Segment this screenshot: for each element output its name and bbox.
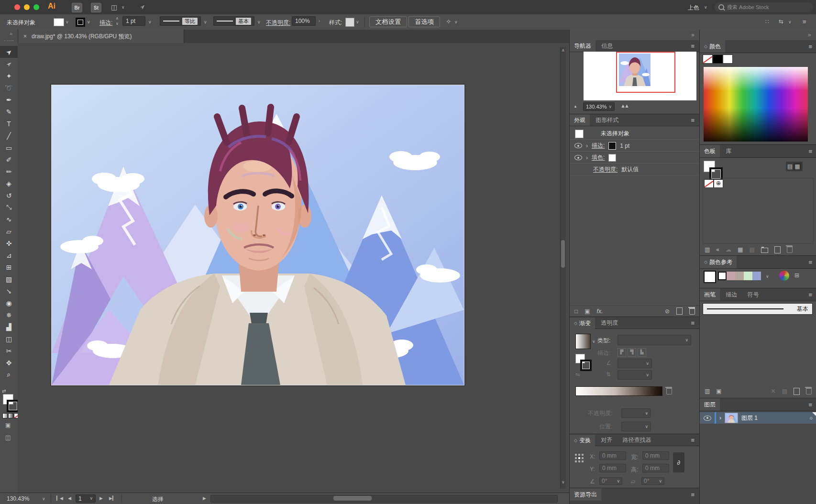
scroll-down-icon[interactable]: ∨ [562,480,565,484]
tab-navigator[interactable]: 导航器 [570,40,595,52]
gradient-aspect-dropdown[interactable]: ∨ [618,370,652,380]
stroke-expand-chevron[interactable]: › [586,143,588,149]
appearance-row-fill[interactable]: › 填色: [570,152,700,164]
layers-menu-icon[interactable]: ≡ [808,401,812,408]
variant-swatch[interactable] [727,272,735,280]
next-artboard-button[interactable]: ▶ [99,496,103,501]
stroke-across-button[interactable]: ▙ [638,348,646,357]
workspace-switcher-icon[interactable]: ◫ [111,3,117,11]
tool-pen[interactable]: ✒ [0,94,18,106]
tool-slice[interactable]: ✂ [0,345,18,357]
last-artboard-button[interactable]: ▶▎ [109,496,116,501]
opacity-label[interactable]: 不透明度: [266,19,290,27]
tool-symbol-sprayer[interactable]: ✵ [0,309,18,321]
grid-options-icon[interactable]: ∷ [765,18,769,25]
appearance-fill-swatch[interactable] [608,154,616,162]
delete-brush-icon[interactable] [806,388,812,394]
tool-type[interactable]: T [0,118,18,130]
transform-x-field[interactable]: 0 mm [599,451,626,460]
document-tab[interactable]: × draw.jpg* @ 130.43% (RGB/GPU 预览) [18,30,184,43]
selection-options-icon[interactable]: ✧ [446,18,452,25]
fill-expand-chevron[interactable]: › [586,155,588,161]
opacity-field[interactable]: 100% [292,16,316,26]
navigator-proxy-rect[interactable] [616,52,675,93]
tool-selection[interactable]: ➤ [0,46,18,58]
tab-appearance[interactable]: 外观 [570,114,590,126]
swatch-none[interactable] [704,179,714,188]
gradient-mode-button[interactable] [8,413,13,418]
delete-item-icon[interactable] [689,308,695,315]
right-column-collapse-icon[interactable]: » [808,32,811,38]
brush-item-basic[interactable]: 基本 [703,303,813,315]
layer-expand-chevron[interactable]: › [719,415,721,421]
stock-search-field[interactable]: 搜索 Adobe Stock [715,2,813,12]
opacity-flyout-arrow[interactable]: › [319,19,320,23]
stroke-weight-chevron[interactable]: ∨ [148,20,152,24]
gradient-slider[interactable] [575,386,662,396]
variant-swatch[interactable] [718,272,727,280]
new-brush-icon[interactable] [794,388,800,395]
tool-paintbrush[interactable]: ✐ [0,153,18,165]
stroke-along-button[interactable]: ▜ [628,348,636,357]
tab-color-guide[interactable]: ◇颜色参考 [700,256,737,268]
toolbar-drag-handle[interactable] [4,40,13,43]
toolbar-collapse-icon[interactable]: » [10,31,12,36]
navigator-zoom-field[interactable]: 130.43%∨ [583,102,615,111]
brush-options-icon[interactable]: ▤ [782,388,787,394]
workspace-chevron[interactable]: ∨ [704,5,707,10]
layer-visibility-eye-icon[interactable] [704,416,711,421]
transform-h-field[interactable]: 0 mm [642,464,669,472]
tool-mesh[interactable]: ⊞ [0,261,18,273]
previous-artboard-button[interactable]: ◀ [68,496,71,501]
tab-brushes[interactable]: 画笔 [700,288,720,301]
tool-column-graph[interactable]: ▟ [0,321,18,333]
gradient-menu-icon[interactable]: ≡ [691,319,694,327]
arrange-documents-icon[interactable]: ⇆ [779,18,783,25]
brush-libraries-icon[interactable]: ▥ [705,388,710,394]
color-themes-icon[interactable]: ▦ [738,246,743,253]
tab-align[interactable]: 对齐 [596,434,617,446]
minimize-window-button[interactable] [24,4,30,10]
variant-swatch[interactable] [735,272,744,280]
new-color-group-icon[interactable] [761,248,768,253]
save-to-swatches-icon[interactable]: ⊞ [794,272,799,279]
brush-cc-library-icon[interactable]: ▣ [716,388,721,394]
tool-eraser[interactable]: ◈ [0,177,18,189]
gradient-fill-thumbnail[interactable] [575,334,591,349]
tab-transparency[interactable]: 透明度 [596,317,622,329]
preferences-button[interactable]: 首选项 [408,16,440,27]
tool-curvature[interactable]: ✎ [0,106,18,118]
gradient-opacity-dropdown[interactable]: ∨ [621,408,651,418]
tool-width[interactable]: ∿ [0,213,18,225]
add-new-fill-icon[interactable]: ▣ [584,308,590,315]
color-guide-base-swatch[interactable] [704,271,716,283]
selection-options-chevron[interactable]: ∨ [454,20,458,24]
appearance-row-selection[interactable]: 未选择对象 [570,128,700,140]
layer-target-icon[interactable]: ○ [809,415,813,421]
zoom-in-icon[interactable]: ▲▲ [620,103,628,109]
fill-visibility-eye-icon[interactable] [574,155,582,160]
draw-mode-icon[interactable]: ▣ [5,422,11,428]
tab-gradient[interactable]: ◇渐变 [570,318,595,329]
tab-pathfinder[interactable]: 路径查找器 [618,434,656,446]
tab-layers[interactable]: 图层 [700,398,720,411]
bridge-button[interactable]: Br [72,3,82,12]
list-view-icon[interactable]: ▤ [787,163,793,170]
swatch-options-icon[interactable]: ▤ [749,246,754,253]
stock-button[interactable]: St [91,3,101,12]
brush-definition-dropdown[interactable]: 基本 [213,16,254,26]
stroke-color-chevron[interactable]: ∨ [87,20,90,24]
transform-y-field[interactable]: 0 mm [599,464,626,472]
close-window-button[interactable] [14,4,20,10]
swatch-libraries-icon[interactable]: ▥ [705,246,710,253]
stroke-visibility-eye-icon[interactable] [574,143,582,148]
black-color-swatch[interactable] [713,55,723,64]
swatch-registration[interactable]: ⊕ [714,179,723,188]
tab-swatches[interactable]: 色板 [700,145,720,157]
appearance-stroke-label[interactable]: 描边: [592,142,605,150]
control-bar-menu-icon[interactable]: ≡ [803,18,806,25]
middle-column-collapse-icon[interactable]: » [691,32,695,38]
color-guide-variants[interactable] [718,272,761,280]
color-mode-button[interactable] [2,413,8,418]
tool-shaper[interactable]: ✏ [0,165,18,177]
